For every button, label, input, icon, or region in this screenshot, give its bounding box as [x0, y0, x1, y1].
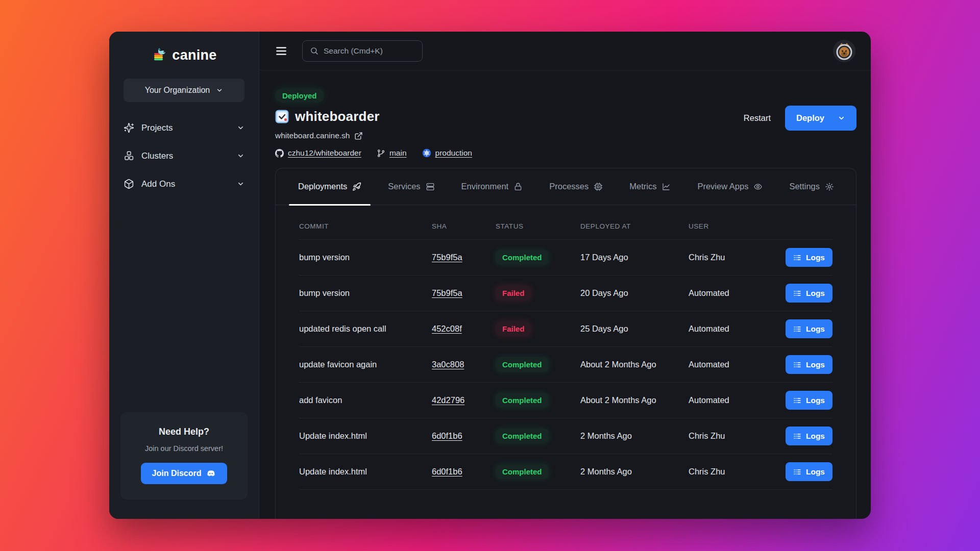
- sidebar-item-add-ons[interactable]: Add Ons: [109, 173, 259, 194]
- status-badge: Failed: [496, 286, 531, 300]
- tab-services[interactable]: Services: [379, 168, 444, 205]
- status-badge: Completed: [496, 393, 549, 408]
- table-row: bump version 75b9f5a Failed 20 Days Ago …: [299, 276, 832, 311]
- canine-dog-logo-icon: [151, 47, 167, 63]
- status-badge: Completed: [496, 250, 549, 265]
- logs-button-label: Logs: [806, 324, 825, 334]
- tab-settings[interactable]: Settings: [780, 168, 843, 205]
- tab-label: Services: [388, 182, 420, 191]
- tab-environment[interactable]: Environment: [452, 168, 532, 205]
- page-content: Deployed: [259, 70, 871, 519]
- sha-link[interactable]: 75b9f5a: [432, 253, 462, 262]
- join-discord-label: Join Discord: [152, 469, 202, 478]
- logs-button[interactable]: Logs: [786, 284, 832, 303]
- branch-name: main: [389, 148, 407, 158]
- user-cell: Chris Zhu: [689, 467, 781, 477]
- cpu-icon: [594, 182, 603, 191]
- tab-metrics[interactable]: Metrics: [620, 168, 680, 205]
- deploy-button[interactable]: Deploy: [785, 106, 856, 131]
- status-badge: Completed: [496, 464, 549, 479]
- gear-icon: [825, 182, 834, 191]
- logs-button[interactable]: Logs: [786, 462, 832, 481]
- tab-label: Deployments: [298, 182, 347, 191]
- tab-processes[interactable]: Processes: [540, 168, 612, 205]
- github-repo-link[interactable]: czhu12/whiteboarder: [275, 148, 361, 158]
- lock-icon: [513, 182, 523, 191]
- status-badge: Completed: [496, 357, 549, 372]
- user-cell: Chris Zhu: [689, 253, 781, 262]
- table-row: add favicon 42d2796 Completed About 2 Mo…: [299, 383, 832, 418]
- restart-button[interactable]: Restart: [744, 113, 771, 123]
- logs-icon: [793, 432, 801, 440]
- search-box: [302, 40, 423, 62]
- logs-button-label: Logs: [806, 289, 825, 298]
- topbar: [259, 32, 871, 70]
- commit-cell: Update index.html: [299, 431, 432, 441]
- deploy-status-badge: Deployed: [275, 89, 324, 103]
- logs-button[interactable]: Logs: [786, 355, 832, 374]
- domain-link[interactable]: whiteboard.canine.sh: [275, 131, 350, 140]
- menu-toggle-button[interactable]: [272, 41, 291, 61]
- logs-button[interactable]: Logs: [786, 427, 832, 445]
- sidebar-item-label: Add Ons: [141, 179, 175, 189]
- sparkles-icon: [124, 122, 134, 133]
- logs-button-label: Logs: [806, 360, 825, 369]
- deployed-at-cell: About 2 Months Ago: [580, 360, 689, 369]
- table-body: bump version 75b9f5a Completed 17 Days A…: [299, 240, 832, 490]
- sha-link[interactable]: 452c08f: [432, 324, 462, 334]
- tab-label: Metrics: [629, 182, 656, 191]
- organization-selector[interactable]: Your Organization: [124, 79, 244, 102]
- chevron-down-icon: [216, 87, 223, 94]
- logo-text: canine: [172, 47, 216, 63]
- table-row: updated redis open call 452c08f Failed 2…: [299, 311, 832, 347]
- join-discord-button[interactable]: Join Discord: [141, 463, 228, 484]
- help-title: Need Help?: [131, 427, 237, 437]
- git-branch-icon: [377, 149, 385, 158]
- sidebar: canine Your Organization Projects: [109, 32, 259, 519]
- cluster-link[interactable]: production: [422, 148, 472, 158]
- logs-button[interactable]: Logs: [786, 248, 832, 267]
- table-row: update favicon again 3a0c808 Completed A…: [299, 347, 832, 383]
- sha-link[interactable]: 42d2796: [432, 395, 464, 405]
- chart-line-icon: [662, 182, 671, 191]
- logs-button[interactable]: Logs: [786, 391, 832, 410]
- tab-deployments[interactable]: Deployments: [289, 168, 371, 205]
- tab-label: Preview Apps: [697, 182, 748, 191]
- external-link-icon[interactable]: [354, 132, 363, 140]
- sha-link[interactable]: 6d0f1b6: [432, 467, 462, 477]
- sha-link[interactable]: 6d0f1b6: [432, 431, 462, 441]
- chevron-down-icon: [237, 180, 244, 188]
- chevron-down-icon: [838, 114, 845, 122]
- sidebar-item-clusters[interactable]: Clusters: [109, 145, 259, 166]
- logs-button-label: Logs: [806, 467, 825, 477]
- logs-button[interactable]: Logs: [786, 319, 832, 338]
- deployed-at-cell: 17 Days Ago: [580, 253, 689, 262]
- deploy-button-label: Deploy: [796, 113, 824, 123]
- sidebar-item-projects[interactable]: Projects: [109, 117, 259, 138]
- logs-icon: [793, 325, 801, 333]
- sidebar-item-label: Projects: [141, 123, 173, 133]
- cluster-name: production: [435, 148, 472, 158]
- sidebar-nav: Projects Clusters: [109, 117, 259, 194]
- package-icon: [124, 179, 134, 189]
- status-badge: Failed: [496, 321, 531, 336]
- sha-link[interactable]: 75b9f5a: [432, 288, 462, 298]
- column-header-status: STATUS: [496, 222, 580, 230]
- status-badge: Completed: [496, 429, 549, 443]
- git-branch-link[interactable]: main: [377, 148, 407, 158]
- repo-name: czhu12/whiteboarder: [288, 148, 361, 158]
- logs-button-label: Logs: [806, 253, 825, 262]
- hamburger-icon: [275, 44, 288, 58]
- table-row: bump version 75b9f5a Completed 17 Days A…: [299, 240, 832, 276]
- user-avatar[interactable]: [833, 40, 855, 62]
- tab-preview-apps[interactable]: Preview Apps: [688, 168, 772, 205]
- search-input[interactable]: [324, 46, 415, 56]
- logs-icon: [793, 254, 801, 262]
- rocket-icon: [352, 182, 361, 191]
- tab-label: Processes: [549, 182, 589, 191]
- user-cell: Automated: [689, 395, 781, 405]
- cubes-icon: [124, 151, 134, 161]
- tab-label: Environment: [461, 182, 509, 191]
- search-icon: [310, 46, 318, 55]
- sha-link[interactable]: 3a0c808: [432, 360, 464, 369]
